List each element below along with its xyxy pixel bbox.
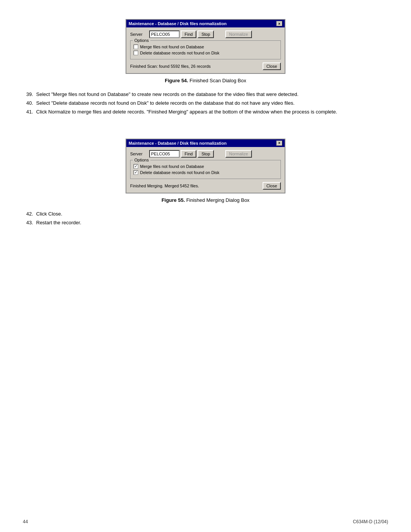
list-text: Select "Merge files not found on Databas… [36, 91, 388, 98]
dialog2-find-btn[interactable]: Find [181, 150, 196, 158]
figure55-caption: Figure 55. Finished Merging Dialog Box [23, 197, 388, 203]
dialog2-server-row: Server Find Stop Normalize [130, 150, 281, 158]
dialog1-checkbox2-row: Delete database records not found on Dis… [134, 51, 277, 55]
instructions-list-2: 42. Click Close. 43. Restart the recorde… [23, 211, 388, 226]
dialog2-body: Server Find Stop Normalize Options Merge… [126, 147, 285, 193]
list-item: 39. Select "Merge files not found on Dat… [23, 91, 388, 98]
dialog2-server-label: Server [130, 152, 149, 156]
list-number: 41. [23, 109, 36, 115]
dialog1-options-group: Options Merge files not found on Databas… [130, 40, 281, 59]
dialog1-checkbox1-row: Merge files not found on Database [134, 45, 277, 49]
list-text: Select "Delete database records not foun… [36, 100, 388, 107]
figure54-text: Finished Scan Dialog Box [190, 78, 246, 83]
footer-page-number: 44 [23, 519, 28, 524]
dialog1-body: Server Find Stop Normalize Options Merge… [126, 27, 285, 73]
dialog1-checkbox1-label: Merge files not found on Database [140, 45, 204, 49]
list-number: 42. [23, 211, 36, 217]
dialog1-checkbox2-label: Delete database records not found on Dis… [140, 51, 220, 55]
dialog2-close-x-btn[interactable]: × [276, 141, 282, 146]
dialog2-server-input[interactable] [149, 150, 180, 158]
list-number: 39. [23, 91, 36, 98]
dialog2-checkbox2-label: Delete database records not found on Dis… [140, 170, 220, 175]
dialog2-close-btn[interactable]: Close [263, 182, 281, 190]
dialog2-options-group: Options Merge files not found on Databas… [130, 160, 281, 179]
list-text: Click Normalize to merge files and delet… [36, 109, 388, 115]
dialog2-checkbox2-row: Delete database records not found on Dis… [134, 170, 277, 175]
list-number: 43. [23, 219, 36, 226]
figure54-label: Figure 54. [165, 78, 188, 83]
footer-doc-code: C634M-D (12/04) [353, 519, 388, 524]
list-item: 40. Select "Delete database records not … [23, 100, 388, 107]
list-text: Click Close. [36, 211, 388, 217]
list-number: 40. [23, 100, 36, 107]
dialog2-checkbox1-row: Merge files not found on Database [134, 164, 277, 169]
dialog1-stop-btn[interactable]: Stop [198, 30, 214, 38]
dialog1-status-row: Finished Scan: found 5592 files, 26 reco… [130, 62, 281, 70]
figure54-container: Maintenance - Database / Disk files norm… [23, 19, 388, 74]
figure54-caption: Figure 54. Finished Scan Dialog Box [23, 78, 388, 83]
dialog1-close-btn[interactable]: Close [263, 62, 281, 70]
dialog1-server-row: Server Find Stop Normalize [130, 30, 281, 38]
dialog2-titlebar: Maintenance - Database / Disk files norm… [126, 139, 285, 147]
page-footer: 44 C634M-D (12/04) [23, 519, 388, 524]
dialog1-checkbox2[interactable] [134, 51, 138, 55]
instructions-list-1: 39. Select "Merge files not found on Dat… [23, 91, 388, 116]
dialog1-title: Maintenance - Database / Disk files norm… [129, 21, 226, 26]
figure55-label: Figure 55. [161, 197, 185, 203]
dialog1-status-text: Finished Scan: found 5592 files, 26 reco… [130, 64, 211, 69]
dialog1-titlebar: Maintenance - Database / Disk files norm… [126, 20, 285, 27]
dialog2-normalize-btn[interactable]: Normalize [225, 150, 252, 158]
list-item: 42. Click Close. [23, 211, 388, 217]
dialog1-close-x-btn[interactable]: × [276, 21, 282, 26]
dialog2: Maintenance - Database / Disk files norm… [126, 139, 285, 193]
dialog2-checkbox1[interactable] [134, 164, 138, 169]
list-text: Restart the recorder. [36, 219, 388, 226]
list-item: 41. Click Normalize to merge files and d… [23, 109, 388, 115]
dialog2-checkbox1-label: Merge files not found on Database [140, 164, 204, 169]
dialog2-title: Maintenance - Database / Disk files norm… [129, 141, 226, 145]
dialog1-server-label: Server [130, 32, 149, 37]
dialog1: Maintenance - Database / Disk files norm… [126, 19, 285, 74]
figure55-container: Maintenance - Database / Disk files norm… [23, 139, 388, 193]
dialog2-stop-btn[interactable]: Stop [198, 150, 214, 158]
dialog2-checkbox2[interactable] [134, 170, 138, 175]
dialog1-checkbox1[interactable] [134, 45, 138, 49]
dialog1-normalize-btn[interactable]: Normalize [225, 30, 252, 38]
dialog1-options-label: Options [133, 38, 150, 43]
dialog2-options-label: Options [133, 158, 150, 162]
figure55-text: Finished Merging Dialog Box [186, 197, 249, 203]
dialog1-find-btn[interactable]: Find [181, 30, 196, 38]
list-item: 43. Restart the recorder. [23, 219, 388, 226]
dialog2-status-text: Finished Merging. Merged 5452 files. [130, 184, 199, 188]
dialog1-server-input[interactable] [149, 30, 180, 38]
dialog2-status-row: Finished Merging. Merged 5452 files. Clo… [130, 182, 281, 190]
